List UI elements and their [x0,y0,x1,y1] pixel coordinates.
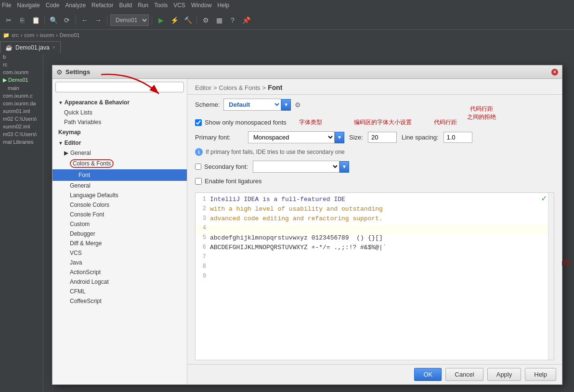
breadcrumb-src[interactable]: src [12,32,19,38]
sidebar-item-appearance[interactable]: Appearance & Behavior [52,97,187,108]
menu-window[interactable]: Window [191,2,212,9]
sidebar-item-android-logcat[interactable]: Android Logcat [52,277,187,287]
toolbar-forward[interactable]: → [92,14,104,26]
panel-item-iml1[interactable]: xunm01.iml [0,107,43,115]
sidebar-search-input[interactable] [55,82,184,92]
panel-item-com3[interactable]: com.ixunm.da [0,100,43,107]
panel-item-m02[interactable]: m02 C:\Users\ [0,115,43,123]
toolbar-back[interactable]: ← [79,14,91,26]
toolbar-copy[interactable]: ⎘ [16,14,28,26]
scheme-select[interactable]: Default [223,99,281,111]
scheme-gear-button[interactable]: ⚙ [295,101,301,109]
toolbar-debug[interactable]: ⚡ [169,14,180,26]
primary-font-select-wrapper: Monospaced ▼ [248,131,344,143]
info-icon: i [195,148,203,156]
sidebar-item-debugger[interactable]: Debugger [52,229,187,239]
monospaced-label: Show only monospaced fonts [205,119,287,126]
sidebar-item-console-colors[interactable]: Console Colors [52,200,187,210]
preview-line-num-2: 2 [196,205,210,215]
sidebar-item-cfml[interactable]: CFML [52,287,187,296]
toolbar-settings[interactable]: ⚙ [200,14,211,26]
toolbar-replace[interactable]: ⟳ [61,14,73,26]
font-label: Font [76,171,93,179]
sidebar-item-console-font[interactable]: Console Font [52,210,187,219]
sidebar-item-path-variables[interactable]: Path Variables [52,117,187,127]
ligatures-checkbox[interactable] [195,178,202,185]
menu-vcs[interactable]: VCS [173,2,185,9]
breadcrumb-ixunm[interactable]: ixunm [40,32,54,38]
sidebar-item-colors-fonts[interactable]: Colors & Fonts [52,158,187,169]
secondary-font-select[interactable] [253,161,339,173]
toolbar-paste[interactable]: 📋 [30,14,41,26]
preview-scrollbar[interactable] [548,193,554,360]
toolbar: ✂ ⎘ 📋 🔍 ⟳ ← → Demo01 ▶ ⚡ 🔨 ⚙ ▦ ? 📌 [0,11,574,30]
panel-item-demo01[interactable]: ▶ Demo01 [0,76,43,84]
menu-code[interactable]: Code [46,2,60,9]
panel-item-rc[interactable]: rc [0,61,43,68]
sidebar-item-general[interactable]: ▶ General [52,148,187,158]
monospaced-checkbox[interactable] [195,119,202,126]
cancel-button[interactable]: Cancel [445,368,483,381]
menu-file[interactable]: File [2,2,11,9]
apply-button[interactable]: Apply [487,368,522,381]
toolbar-cut[interactable]: ✂ [3,14,14,26]
panel-item-ext-libs[interactable]: rnal Libraries [0,138,43,146]
ok-button[interactable]: OK [414,368,442,381]
toolbar-run[interactable]: ▶ [155,14,167,26]
panel-item-m03[interactable]: m03 C:\Users\ [0,130,43,138]
secondary-font-dropdown-button[interactable]: ▼ [339,161,349,173]
preview-line-text-8 [210,263,554,273]
sidebar-item-quick-lists[interactable]: Quick Lists [52,108,187,117]
sidebar-item-java[interactable]: Java [52,258,187,267]
toolbar-grid[interactable]: ▦ [213,14,225,26]
preview-line-num-7: 7 [196,253,210,263]
menu-help[interactable]: Help [218,2,230,9]
sidebar-item-vcs[interactable]: VCS [52,248,187,258]
size-input[interactable] [368,132,397,143]
menu-tools[interactable]: Tools [154,2,168,9]
sidebar-item-general2[interactable]: General [52,181,187,190]
sidebar-item-actionscript[interactable]: ActionScript [52,267,187,277]
help-button[interactable]: Help [525,368,556,381]
breadcrumb-font: Font [268,84,282,91]
breadcrumb-sep2: > [262,84,266,91]
sidebar-item-coffeescript[interactable]: CoffeeScript [52,296,187,306]
primary-font-select[interactable]: Monospaced [248,131,335,143]
toolbar-find[interactable]: 🔍 [48,14,59,26]
breadcrumb-com[interactable]: com [24,32,34,38]
sidebar-item-custom[interactable]: Custom [52,219,187,229]
line-spacing-input[interactable] [444,132,472,143]
menu-bar: File Navigate Code Analyze Refactor Buil… [0,0,574,11]
tab-demo01[interactable]: ☕ Demo01.java × [0,41,61,53]
panel-item-comixunm[interactable]: com.ixunm [0,68,43,76]
menu-run[interactable]: Run [138,2,148,9]
toolbar-sep4 [152,15,152,25]
sidebar-item-editor[interactable]: Editor [52,138,187,148]
sidebar-item-keymap[interactable]: Keymap [52,127,187,138]
menu-build[interactable]: Build [119,2,132,9]
panel-item-main[interactable]: main [0,84,43,92]
secondary-font-checkbox[interactable] [195,164,201,170]
dialog-close-button[interactable]: × [551,69,558,76]
breadcrumb-demo01[interactable]: Demo01 [60,32,80,38]
panel-item-iml2[interactable]: xunm02.iml [0,123,43,130]
menu-refactor[interactable]: Refactor [91,2,113,9]
toolbar-build[interactable]: 🔨 [182,14,194,26]
ligatures-label: Enable font ligatures [205,177,262,185]
panel-item-b[interactable]: b [0,53,43,61]
sidebar-item-diff-merge[interactable]: Diff & Merge [52,239,187,248]
menu-analyze[interactable]: Analyze [65,2,86,9]
panel-item-com2[interactable]: com.ixunm.c [0,92,43,100]
primary-font-dropdown-button[interactable]: ▼ [335,132,344,143]
toolbar-extra[interactable]: 📌 [240,14,252,26]
content-breadcrumb: Editor > Colors & Fonts > Font [187,79,562,95]
menu-navigate[interactable]: Navigate [17,2,39,9]
project-select[interactable]: Demo01 [110,14,149,26]
scheme-dropdown-button[interactable]: ▼ [281,99,291,111]
tab-close-button[interactable]: × [52,45,55,50]
preview-line-text-1: IntelliJ IDEA is a full-featured IDE [210,196,554,205]
sidebar-item-language-defaults[interactable]: Language Defaults [52,190,187,200]
preview-line-num-9: 9 [196,273,210,282]
toolbar-help[interactable]: ? [227,14,238,26]
sidebar-item-font[interactable]: Font [52,169,187,181]
